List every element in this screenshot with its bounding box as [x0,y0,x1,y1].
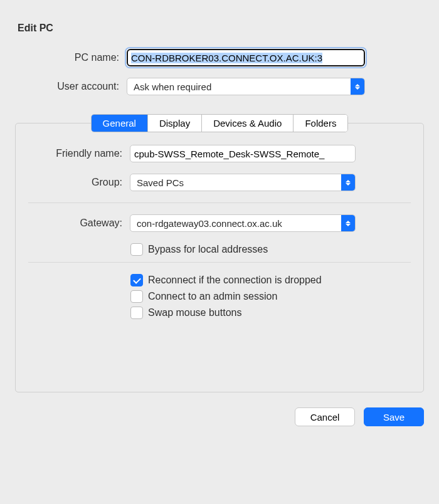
user-account-label: User account: [15,81,127,92]
tab-general[interactable]: General [92,115,148,132]
friendly-name-label: Friendly name: [28,148,130,159]
bypass-label: Bypass for local addresses [148,244,268,255]
tab-display[interactable]: Display [148,115,202,132]
updown-icon [341,174,355,191]
tabs: General Display Devices & Audio Folders [15,114,424,132]
user-account-select[interactable]: Ask when required [127,78,365,95]
gateway-label: Gateway: [28,218,130,229]
save-button[interactable]: Save [364,407,424,426]
pc-name-row: PC name: [15,49,424,66]
pc-name-input[interactable] [127,49,365,66]
admin-label: Connect to an admin session [148,291,277,302]
tab-devices[interactable]: Devices & Audio [202,115,294,132]
group-select[interactable]: Saved PCs [130,174,356,191]
group-row: Group: Saved PCs [28,174,411,191]
pc-name-label: PC name: [15,52,127,63]
separator [28,262,411,263]
footer: Cancel Save [15,407,424,426]
reconnect-label: Reconnect if the connection is dropped [148,275,322,286]
reconnect-checkbox[interactable] [130,274,143,286]
reconnect-row[interactable]: Reconnect if the connection is dropped [130,274,411,286]
friendly-name-row: Friendly name: [28,145,411,162]
bypass-row[interactable]: Bypass for local addresses [130,243,411,256]
swap-label: Swap mouse buttons [148,307,241,318]
gateway-row: Gateway: con-rdgateway03.connect.ox.ac.u… [28,214,411,232]
window-title: Edit PC [18,23,424,34]
edit-pc-window: Edit PC PC name: User account: Ask when … [0,0,439,504]
updown-icon [341,215,355,231]
general-pane: Friendly name: Group: Saved PCs [15,123,424,392]
friendly-name-input[interactable] [130,145,356,162]
gateway-value: con-rdgateway03.connect.ox.ac.uk [137,218,282,229]
cancel-button[interactable]: Cancel [295,407,355,426]
bypass-checkbox[interactable] [130,243,143,256]
admin-checkbox[interactable] [130,290,143,303]
group-value: Saved PCs [137,177,184,188]
swap-row[interactable]: Swap mouse buttons [130,307,411,319]
user-account-row: User account: Ask when required [15,78,424,95]
separator [28,202,411,203]
tab-folders[interactable]: Folders [294,115,347,132]
group-label: Group: [28,177,130,188]
gateway-select[interactable]: con-rdgateway03.connect.ox.ac.uk [130,214,356,232]
swap-checkbox[interactable] [130,307,143,319]
user-account-value: Ask when required [134,81,211,92]
updown-icon [351,78,364,95]
admin-row[interactable]: Connect to an admin session [130,290,411,303]
